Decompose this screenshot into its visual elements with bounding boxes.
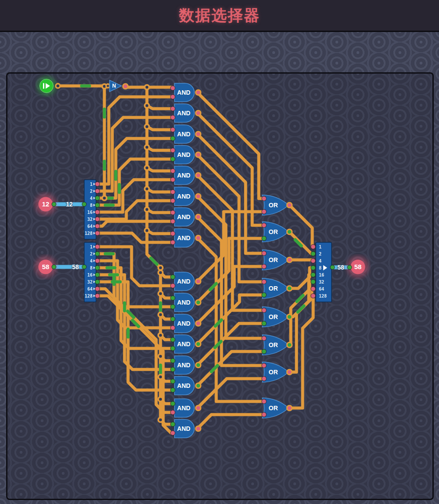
svg-text:AND: AND [177, 299, 190, 306]
svg-text:OR: OR [269, 341, 278, 348]
svg-text:AND: AND [177, 278, 190, 285]
svg-text:AND: AND [177, 405, 190, 412]
svg-text:128: 128 [319, 294, 327, 298]
svg-text:8: 8 [319, 266, 321, 270]
svg-text:64: 64 [87, 224, 93, 229]
svg-text:AND: AND [177, 131, 190, 138]
svg-text:AND: AND [177, 362, 190, 369]
byte-splitter-b[interactable]: 1 2 4 8 16 32 64 128 [82, 242, 100, 302]
svg-text:AND: AND [177, 320, 190, 327]
svg-text:AND: AND [177, 151, 190, 158]
svg-text:AND: AND [177, 234, 190, 241]
input-a-value: 12 [42, 200, 50, 208]
not-gate[interactable]: N [106, 80, 128, 92]
byte-splitter-a[interactable]: 1 2 4 8 16 32 64 128 [82, 180, 100, 239]
input-b-node[interactable]: 58 [35, 256, 56, 277]
wire-label-out: 58 [337, 264, 344, 271]
not-gate-label: N [112, 83, 116, 89]
svg-text:128: 128 [85, 231, 93, 236]
svg-text:OR: OR [269, 313, 278, 320]
svg-text:2: 2 [319, 252, 321, 256]
svg-text:2: 2 [90, 189, 93, 194]
svg-text:AND: AND [177, 110, 190, 117]
svg-text:32: 32 [87, 217, 93, 222]
svg-text:16: 16 [319, 273, 324, 277]
svg-text:64: 64 [319, 287, 324, 291]
circuit-canvas: N AND AND AND AND AND AND AND AND AND [0, 0, 439, 504]
svg-text:1: 1 [319, 245, 321, 249]
byte-maker[interactable]: 1 2 4 8 16 32 64 128 [311, 242, 335, 302]
svg-text:OR: OR [269, 228, 278, 235]
svg-text:4: 4 [90, 196, 93, 201]
svg-text:32: 32 [319, 280, 324, 284]
input-b-value: 58 [42, 263, 50, 270]
wire-label-a: 12 [66, 201, 73, 208]
svg-text:32: 32 [87, 280, 93, 284]
svg-text:8: 8 [90, 203, 93, 208]
svg-text:1: 1 [90, 182, 93, 187]
svg-text:AND: AND [177, 425, 190, 432]
output-value: 58 [354, 263, 362, 270]
lower-and-gates[interactable]: AND AND AND AND AND AND AND AND [171, 272, 201, 438]
svg-text:OR: OR [269, 369, 278, 376]
svg-text:OR: OR [269, 405, 278, 412]
svg-text:OR: OR [269, 285, 278, 292]
svg-text:2: 2 [90, 252, 93, 256]
and-gate-label: AND [177, 89, 190, 96]
svg-text:4: 4 [90, 259, 93, 263]
svg-text:64: 64 [87, 287, 93, 291]
wire-label-b: 58 [72, 263, 79, 270]
output-node[interactable]: 58 [347, 256, 368, 277]
input-a-node[interactable]: 12 [35, 194, 56, 215]
enable-switch[interactable] [37, 77, 60, 95]
or-gate-label: OR [269, 202, 278, 209]
svg-text:1: 1 [90, 245, 93, 249]
svg-text:OR: OR [269, 256, 278, 263]
svg-text:AND: AND [177, 341, 190, 348]
play-icon [43, 83, 44, 89]
svg-text:AND: AND [177, 382, 190, 389]
svg-text:16: 16 [87, 210, 93, 215]
svg-text:AND: AND [177, 213, 190, 220]
svg-text:4: 4 [319, 259, 321, 263]
svg-text:8: 8 [90, 266, 93, 270]
or-gates[interactable]: OR OR OR OR OR OR OR OR [262, 195, 292, 418]
app-window: 数据选择器 [0, 0, 439, 504]
svg-text:AND: AND [177, 172, 190, 179]
upper-and-gates[interactable]: AND AND AND AND AND AND AND AND [171, 83, 201, 247]
svg-text:16: 16 [87, 273, 93, 277]
svg-text:AND: AND [177, 193, 190, 200]
svg-text:128: 128 [85, 294, 93, 298]
